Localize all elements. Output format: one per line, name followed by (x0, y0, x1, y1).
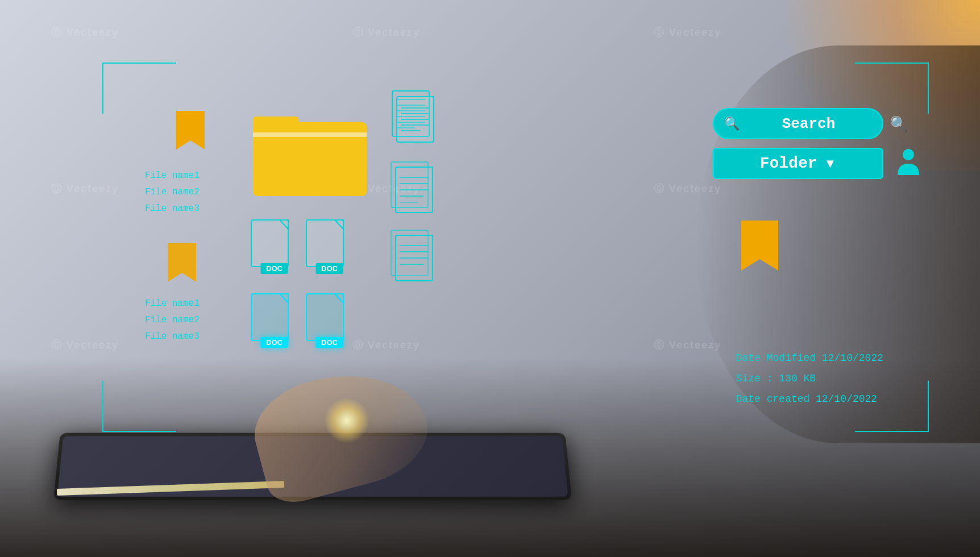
corner-bracket-top-left (102, 63, 176, 114)
corner-bracket-top-right (855, 63, 929, 114)
glow-effect (324, 398, 369, 443)
corner-bracket-bottom-right (855, 381, 929, 432)
corner-bracket-bottom-left (102, 381, 176, 432)
